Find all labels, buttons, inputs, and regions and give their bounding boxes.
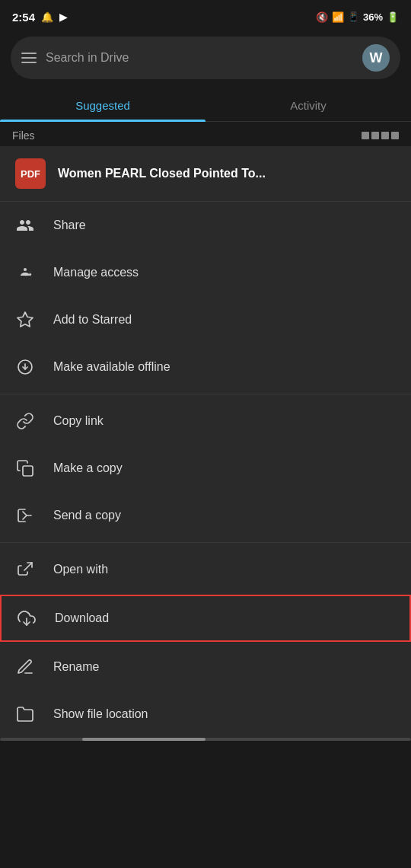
copy-icon [15, 458, 35, 478]
divider-2 [0, 542, 411, 543]
time-display: 2:54 [12, 11, 35, 24]
menu-item-add-starred[interactable]: Add to Starred [0, 296, 411, 343]
svg-marker-0 [18, 312, 33, 327]
file-name: Women PEARL Closed Pointed To... [58, 167, 266, 180]
scroll-indicator [0, 738, 411, 741]
status-time: 2:54 🔔 ▶ [12, 11, 67, 24]
offline-icon [15, 357, 35, 377]
search-bar[interactable]: Search in Drive W [11, 37, 400, 79]
send-icon [15, 506, 35, 525]
svg-rect-3 [23, 466, 33, 476]
context-menu-sheet: PDF Women PEARL Closed Pointed To... Sha… [0, 146, 411, 738]
menu-item-make-copy[interactable]: Make a copy [0, 445, 411, 492]
rename-icon [15, 657, 35, 677]
add-starred-label: Add to Starred [53, 313, 132, 327]
share-icon [15, 215, 35, 235]
mute-icon: 🔇 [316, 11, 328, 23]
play-icon: ▶ [59, 11, 67, 23]
file-header-row: PDF Women PEARL Closed Pointed To... [0, 146, 411, 202]
status-bar: 2:54 🔔 ▶ 🔇 📶 📱 36% 🔋 [0, 0, 411, 30]
send-copy-label: Send a copy [53, 509, 121, 522]
menu-item-copy-link[interactable]: Copy link [0, 397, 411, 445]
menu-item-make-offline[interactable]: Make available offline [0, 343, 411, 391]
avatar[interactable]: W [362, 44, 390, 72]
pdf-icon: PDF [15, 158, 46, 189]
make-copy-label: Make a copy [53, 461, 123, 475]
wifi-icon: 📶 [332, 11, 344, 23]
rename-label: Rename [53, 660, 99, 674]
files-label: Files [12, 129, 35, 142]
files-header: Files [0, 122, 411, 146]
manage-access-icon [15, 263, 35, 282]
star-icon [15, 310, 35, 330]
folder-icon [15, 704, 35, 724]
share-label: Share [53, 219, 86, 232]
signal-icon: 📱 [348, 11, 359, 22]
menu-item-rename[interactable]: Rename [0, 643, 411, 691]
menu-item-open-with[interactable]: Open with [0, 546, 411, 593]
battery-label: 36% [363, 11, 383, 23]
open-with-label: Open with [53, 563, 108, 576]
menu-item-download[interactable]: Download [0, 595, 411, 642]
notification-icon: 🔔 [41, 11, 53, 23]
status-icons: 🔇 📶 📱 36% 🔋 [316, 11, 399, 23]
menu-item-share[interactable]: Share [0, 202, 411, 249]
manage-access-label: Manage access [53, 266, 139, 279]
tabs-bar: Suggested Activity [0, 90, 411, 122]
tab-suggested[interactable]: Suggested [0, 90, 206, 121]
divider-1 [0, 394, 411, 394]
download-label: Download [55, 611, 109, 625]
scroll-thumb [82, 738, 206, 741]
hamburger-menu[interactable] [21, 53, 37, 63]
tab-activity[interactable]: Activity [206, 90, 411, 121]
menu-item-send-copy[interactable]: Send a copy [0, 492, 411, 539]
show-location-label: Show file location [53, 707, 148, 721]
battery-icon: 🔋 [387, 11, 399, 23]
open-with-icon [15, 560, 35, 579]
make-offline-label: Make available offline [53, 360, 170, 374]
search-input[interactable]: Search in Drive [46, 51, 353, 65]
download-icon [17, 608, 37, 628]
menu-item-manage-access[interactable]: Manage access [0, 249, 411, 296]
link-icon [15, 411, 35, 431]
menu-item-show-location[interactable]: Show file location [0, 691, 411, 738]
copy-link-label: Copy link [53, 414, 104, 428]
view-toggle[interactable] [362, 132, 399, 139]
